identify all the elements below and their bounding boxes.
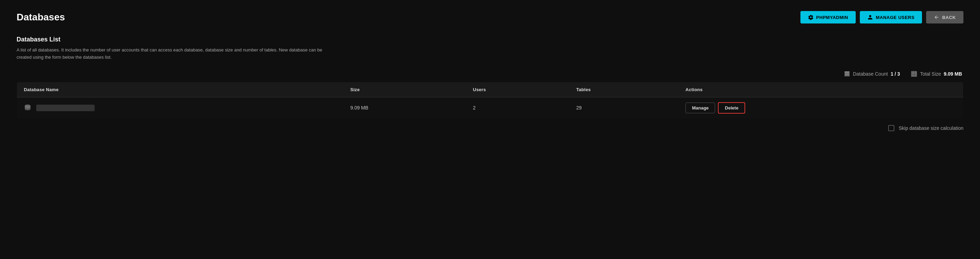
skip-size-label[interactable]: Skip database size calculation — [899, 126, 963, 131]
user-icon — [867, 14, 873, 20]
db-size-cell: 9.09 MB — [343, 97, 466, 118]
phpmyadmin-button[interactable]: PHPMYADMIN — [800, 11, 856, 24]
table-row: ██████████████ 9.09 MB 2 29 Manage Delet… — [17, 97, 963, 118]
header: Databases PHPMYADMIN MANAGE USERS BACK — [17, 11, 963, 24]
svg-point-6 — [25, 105, 31, 107]
page-title: Databases — [17, 12, 65, 23]
col-database-name: Database Name — [17, 82, 344, 97]
phpmyadmin-label: PHPMYADMIN — [816, 15, 848, 20]
manage-users-button[interactable]: MANAGE USERS — [860, 11, 922, 24]
back-label: BACK — [942, 15, 956, 20]
db-actions-cell: Manage Delete — [679, 97, 963, 118]
section-description: A list of all databases. It includes the… — [17, 47, 327, 61]
total-size-stat: Total Size 9.09 MB — [911, 71, 962, 77]
back-button[interactable]: BACK — [926, 11, 963, 24]
database-count-icon — [844, 71, 850, 77]
db-name-cell: ██████████████ — [17, 97, 344, 118]
stats-row: Database Count 1 / 3 Total Size 9.09 MB — [17, 71, 963, 77]
db-count-value: 1 / 3 — [891, 71, 900, 77]
col-users: Users — [466, 82, 570, 97]
col-actions: Actions — [679, 82, 963, 97]
gear-icon — [808, 14, 813, 20]
db-users-value: 2 — [473, 105, 476, 111]
db-size-value: 9.09 MB — [350, 105, 368, 111]
db-count-label: Database Count — [853, 71, 888, 77]
db-tables-cell: 29 — [570, 97, 679, 118]
databases-table: Database Name Size Users Tables Actions — [17, 82, 963, 119]
actions-cell: Manage Delete — [686, 102, 956, 114]
total-size-value: 9.09 MB — [944, 71, 962, 77]
database-icon — [24, 104, 32, 111]
manage-button[interactable]: Manage — [686, 103, 715, 113]
col-size: Size — [343, 82, 466, 97]
col-tables: Tables — [570, 82, 679, 97]
skip-size-checkbox[interactable] — [888, 125, 894, 131]
svg-rect-0 — [845, 72, 850, 73]
db-users-cell: 2 — [466, 97, 570, 118]
table-header-row: Database Name Size Users Tables Actions — [17, 82, 963, 97]
delete-button[interactable]: Delete — [718, 102, 745, 114]
db-count-stat: Database Count 1 / 3 — [844, 71, 900, 77]
section-title: Databases List — [17, 36, 963, 43]
header-actions: PHPMYADMIN MANAGE USERS BACK — [800, 11, 963, 24]
manage-users-label: MANAGE USERS — [876, 15, 915, 20]
total-size-label: Total Size — [920, 71, 941, 77]
db-tables-value: 29 — [576, 105, 582, 111]
footer-row: Skip database size calculation — [17, 125, 963, 131]
db-name-text: ██████████████ — [36, 105, 95, 111]
back-icon — [934, 14, 939, 20]
section-info: Databases List A list of all databases. … — [17, 36, 963, 61]
total-size-icon — [911, 71, 917, 77]
page-container: Databases PHPMYADMIN MANAGE USERS BACK — [0, 0, 980, 142]
